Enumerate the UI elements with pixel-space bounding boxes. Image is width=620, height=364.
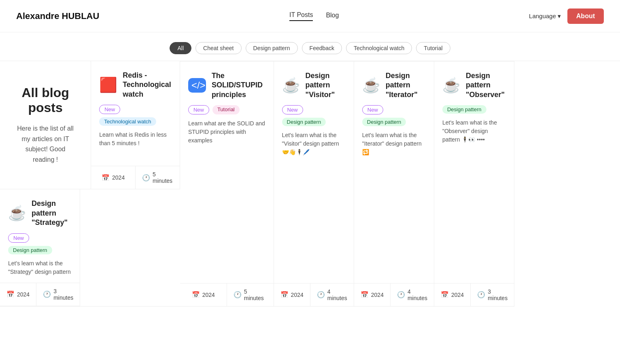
clock-icon: 🕐 xyxy=(317,291,325,298)
card-redis-tags: New Technological watch xyxy=(99,105,172,126)
card-redis-year: 📅 2024 xyxy=(91,166,135,189)
card-iterator-read-time: 🕐 4 minutes xyxy=(390,284,434,306)
card-visitor-year: 📅 2024 xyxy=(274,284,310,306)
java-icon: ☕ xyxy=(282,77,300,94)
card-iterator-body: ☕ Design pattern "Iterator" New Design p… xyxy=(354,61,434,283)
card-iterator[interactable]: ☕ Design pattern "Iterator" New Design p… xyxy=(354,61,434,307)
tag-new: New xyxy=(188,105,209,114)
card-strategy-header: ☕ Design pattern "Strategy" xyxy=(8,199,72,227)
card-redis-header: 🟥 Redis - Technological watch xyxy=(99,71,172,99)
tag-tutorial: Tutorial xyxy=(212,105,240,114)
filter-all[interactable]: All xyxy=(170,42,191,54)
calendar-icon: 📅 xyxy=(192,291,200,298)
nav-it-posts[interactable]: IT Posts xyxy=(289,11,313,21)
clock-icon: 🕐 xyxy=(234,291,242,298)
card-iterator-header: ☕ Design pattern "Iterator" xyxy=(362,71,426,99)
card-redis-footer: 📅 2024 🕐 5 minutes xyxy=(91,166,180,189)
java-icon: ☕ xyxy=(8,205,26,222)
about-button[interactable]: About xyxy=(567,8,604,24)
calendar-icon: 📅 xyxy=(102,174,110,182)
main-content: All blog posts Here is the list of all m… xyxy=(0,61,620,307)
filter-tutorial[interactable]: Tutorial xyxy=(416,42,450,54)
main-nav: IT Posts Blog xyxy=(289,11,339,21)
tag-design-pattern: Design pattern xyxy=(442,105,486,114)
tag-new: New xyxy=(99,105,120,114)
filter-feedback[interactable]: Feedback xyxy=(302,42,342,54)
calendar-icon: 📅 xyxy=(361,291,369,298)
card-visitor-footer: 📅 2024 🕐 4 minutes xyxy=(274,283,354,306)
java-icon: ☕ xyxy=(362,77,380,94)
chevron-down-icon: ▾ xyxy=(558,13,561,20)
card-observer[interactable]: ☕ Design pattern "Observer" Design patte… xyxy=(434,61,514,307)
card-strategy-read-time: 🕐 3 minutes xyxy=(36,283,80,306)
card-visitor-desc: Let's learn what is the "Visitor" design… xyxy=(282,131,346,157)
clock-icon: 🕐 xyxy=(397,291,405,298)
card-redis-read-time: 🕐 5 minutes xyxy=(135,166,180,189)
card-solid-desc: Learn what are the SOLID and STUPID prin… xyxy=(188,119,265,145)
tag-new: New xyxy=(362,105,383,114)
calendar-icon: 📅 xyxy=(441,291,449,298)
card-redis-body: 🟥 Redis - Technological watch New Techno… xyxy=(91,61,180,166)
filter-technological-watch[interactable]: Technological watch xyxy=(346,42,412,54)
card-solid-footer: 📅 2024 🕐 5 minutes xyxy=(180,283,274,306)
card-observer-tags: Design pattern xyxy=(442,105,506,114)
card-iterator-year: 📅 2024 xyxy=(354,284,390,306)
header: Alexandre HUBLAU IT Posts Blog Language … xyxy=(0,0,620,32)
redis-icon: 🟥 xyxy=(99,76,117,93)
card-redis-desc: Learn what is Redis in less than 5 minut… xyxy=(99,131,172,148)
tag-new: New xyxy=(282,105,303,114)
tag-design-pattern: Design pattern xyxy=(362,118,406,126)
code-icon: </> xyxy=(188,78,206,93)
java-icon: ☕ xyxy=(442,77,460,94)
card-iterator-footer: 📅 2024 🕐 4 minutes xyxy=(354,283,434,306)
card-iterator-title: Design pattern "Iterator" xyxy=(386,71,426,99)
card-solid-read-time: 🕐 5 minutes xyxy=(227,284,274,306)
card-strategy-tags: New Design pattern xyxy=(8,233,72,254)
card-observer-body: ☕ Design pattern "Observer" Design patte… xyxy=(434,61,514,283)
clock-icon: 🕐 xyxy=(142,174,150,182)
hero-title: All blog posts xyxy=(16,85,74,115)
card-iterator-tags: New Design pattern xyxy=(362,105,426,126)
card-strategy-body: ☕ Design pattern "Strategy" New Design p… xyxy=(0,189,80,282)
bottom-section: </> The SOLID/STUPID principles New Tuto… xyxy=(180,61,514,307)
tag-design-pattern: Design pattern xyxy=(282,118,326,126)
card-visitor-read-time: 🕐 4 minutes xyxy=(310,284,354,306)
tag-tech-watch: Technological watch xyxy=(99,117,156,126)
header-right: Language ▾ About xyxy=(529,8,604,24)
card-visitor-header: ☕ Design pattern "Visitor" xyxy=(282,71,346,99)
card-strategy-desc: Let's learn what is the "Strategy" desig… xyxy=(8,259,72,276)
card-redis[interactable]: 🟥 Redis - Technological watch New Techno… xyxy=(91,61,180,189)
tag-design-pattern: Design pattern xyxy=(8,246,52,254)
filter-cheat-sheet[interactable]: Cheat sheet xyxy=(195,42,242,54)
card-solid-body: </> The SOLID/STUPID principles New Tuto… xyxy=(180,61,274,283)
card-solid-tags: New Tutorial xyxy=(188,105,265,114)
card-strategy[interactable]: ☕ Design pattern "Strategy" New Design p… xyxy=(0,189,80,306)
card-visitor-title: Design pattern "Visitor" xyxy=(306,71,346,99)
card-solid-year: 📅 2024 xyxy=(180,284,227,306)
clock-icon: 🕐 xyxy=(477,291,485,298)
tag-new: New xyxy=(8,233,29,243)
card-visitor[interactable]: ☕ Design pattern "Visitor" New Design pa… xyxy=(274,61,354,307)
site-logo: Alexandre HUBLAU xyxy=(16,11,99,21)
filter-bar: All Cheat sheet Design pattern Feedback … xyxy=(0,32,620,61)
top-section: All blog posts Here is the list of all m… xyxy=(0,61,180,307)
filter-design-pattern[interactable]: Design pattern xyxy=(246,42,298,54)
card-observer-year: 📅 2024 xyxy=(434,284,470,306)
card-solid-title: The SOLID/STUPID principles xyxy=(212,71,265,99)
card-visitor-body: ☕ Design pattern "Visitor" New Design pa… xyxy=(274,61,354,283)
card-observer-title: Design pattern "Observer" xyxy=(466,71,506,99)
card-observer-desc: Let's learn what is the "Observer" desig… xyxy=(442,119,506,144)
calendar-icon: 📅 xyxy=(280,291,289,298)
hero-description: Here is the list of all my articles on I… xyxy=(16,123,74,165)
card-strategy-title: Design pattern "Strategy" xyxy=(32,199,72,227)
calendar-icon: 📅 xyxy=(6,290,15,298)
card-solid[interactable]: </> The SOLID/STUPID principles New Tuto… xyxy=(180,61,274,307)
card-redis-title: Redis - Technological watch xyxy=(123,71,172,99)
card-observer-header: ☕ Design pattern "Observer" xyxy=(442,71,506,99)
language-selector[interactable]: Language ▾ xyxy=(529,13,561,20)
card-observer-read-time: 🕐 3 minutes xyxy=(470,284,514,306)
card-visitor-tags: New Design pattern xyxy=(282,105,346,126)
nav-blog[interactable]: Blog xyxy=(326,12,339,21)
card-strategy-footer: 📅 2024 🕐 3 minutes xyxy=(0,283,80,306)
hero-cell: All blog posts Here is the list of all m… xyxy=(0,61,91,189)
